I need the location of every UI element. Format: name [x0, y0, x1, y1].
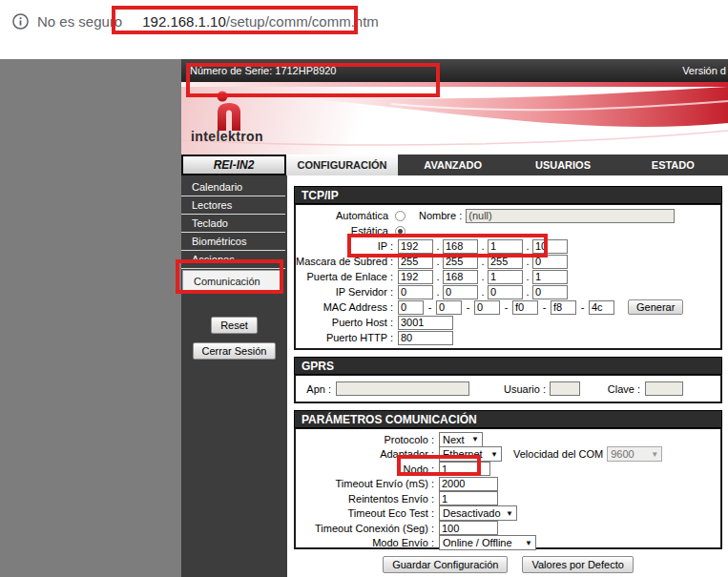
- security-status-label[interactable]: No es seguro: [37, 13, 122, 30]
- dot-separator: .: [478, 240, 488, 252]
- ip-octet-3[interactable]: [488, 239, 523, 254]
- ip-octet-2[interactable]: [443, 239, 478, 254]
- ip-label: IP :: [296, 240, 398, 252]
- http-port-input[interactable]: [398, 331, 453, 345]
- mac-part-1[interactable]: [398, 300, 424, 315]
- gprs-user-input[interactable]: [550, 381, 580, 396]
- dot-separator: .: [523, 286, 532, 298]
- browser-address-bar: No es seguro 192.168.1.10/setup/comm/com…: [0, 0, 728, 43]
- ip-octet-4[interactable]: [532, 239, 568, 254]
- mac-part-5[interactable]: [551, 300, 576, 315]
- server-octet-4[interactable]: [532, 285, 568, 299]
- tcpip-section-title: TCP/IP: [294, 186, 722, 204]
- host-port-input[interactable]: [398, 316, 453, 330]
- sidebar: Calendario Lectores Teclado Biométricos …: [181, 175, 287, 577]
- retries-input[interactable]: [439, 491, 498, 505]
- url-domain: 192.168.1.10: [142, 13, 226, 30]
- brand-banner: intelektron: [181, 87, 728, 155]
- dropdown-arrow-icon: ▼: [471, 435, 479, 443]
- mac-part-3[interactable]: [474, 300, 500, 315]
- name-label: Nombre :: [419, 210, 462, 221]
- server-ip-label: IP Servidor :: [296, 286, 398, 298]
- tab-configuracion[interactable]: CONFIGURACIÓN: [286, 155, 398, 175]
- server-octet-2[interactable]: [443, 285, 478, 299]
- dropdown-arrow-icon: ▼: [490, 450, 498, 459]
- mask-octet-4[interactable]: [532, 255, 568, 269]
- generate-mac-button[interactable]: Generar: [628, 299, 683, 315]
- host-port-label: Puerto Host :: [296, 317, 398, 328]
- dot-separator: .: [433, 240, 443, 252]
- mac-part-2[interactable]: [436, 300, 462, 315]
- adapter-label: Adaptador :: [296, 448, 439, 460]
- automatic-label: Automática: [296, 210, 393, 221]
- tab-avanzado[interactable]: AVANZADO: [398, 155, 508, 175]
- defaults-button[interactable]: Valores por Defecto: [522, 556, 633, 573]
- eco-test-label: Timeout Eco Test :: [296, 507, 439, 519]
- info-icon[interactable]: [12, 13, 29, 30]
- node-input[interactable]: [439, 462, 490, 476]
- device-model-badge: REI-IN2: [181, 155, 286, 175]
- version-label: Versión d: [682, 65, 726, 76]
- com-speed-label: Velocidad del COM: [513, 448, 603, 460]
- url-text[interactable]: 192.168.1.10/setup/comm/comm.htm: [142, 13, 379, 30]
- send-mode-dropdown[interactable]: Online / Offline▼: [439, 535, 536, 550]
- eco-test-dropdown[interactable]: Desactivado▼: [439, 505, 517, 521]
- sidebar-item-calendario[interactable]: Calendario: [181, 178, 285, 196]
- sidebar-item-comunicacion[interactable]: Comunicación: [182, 270, 281, 293]
- dropdown-arrow-icon: ▼: [651, 450, 658, 459]
- dot-separator: .: [523, 271, 532, 282]
- ip-octet-1[interactable]: [398, 239, 433, 254]
- gateway-label: Puerta de Enlace :: [296, 271, 398, 282]
- mask-octet-1[interactable]: [398, 255, 433, 269]
- node-label: Nodo :: [296, 464, 439, 475]
- section-tcpip: TCP/IP Automática Nombre : Estática: [294, 186, 722, 350]
- http-port-label: Puerto HTTP :: [296, 332, 398, 343]
- timeout-send-input[interactable]: [439, 477, 498, 491]
- gprs-user-label: Usuario :: [504, 383, 550, 395]
- automatic-radio[interactable]: [395, 211, 406, 221]
- gateway-octet-4[interactable]: [532, 270, 568, 284]
- timeout-conn-input[interactable]: [439, 521, 498, 535]
- gateway-octet-3[interactable]: [488, 270, 523, 284]
- adapter-dropdown[interactable]: Ethernet▼: [439, 446, 502, 462]
- save-config-button[interactable]: Guardar Configuración: [383, 556, 508, 573]
- sidebar-item-teclado[interactable]: Teclado: [181, 215, 285, 233]
- protocol-dropdown[interactable]: Next▼: [439, 432, 483, 447]
- timeout-conn-label: Timeout Conexión (Seg) :: [296, 523, 439, 534]
- dot-separator: .: [433, 286, 443, 298]
- sidebar-item-acciones[interactable]: Acciones: [181, 251, 285, 269]
- dropdown-arrow-icon: ▼: [525, 539, 532, 547]
- sidebar-item-biometricos[interactable]: Biométricos: [181, 233, 285, 251]
- device-header-bar: Número de Serie: 1712HP8920 Versión d: [181, 59, 728, 82]
- dash-separator: -: [424, 301, 436, 313]
- mask-octet-2[interactable]: [443, 255, 478, 269]
- mask-octet-3[interactable]: [488, 255, 523, 269]
- send-mode-label: Modo Envío :: [296, 537, 439, 548]
- mac-part-6[interactable]: [589, 300, 614, 315]
- logout-button[interactable]: Cerrar Sesión: [193, 342, 277, 360]
- gateway-octet-1[interactable]: [398, 270, 433, 284]
- name-input[interactable]: [466, 209, 675, 223]
- mac-part-4[interactable]: [512, 300, 538, 315]
- apn-input[interactable]: [336, 381, 469, 396]
- dash-separator: -: [538, 301, 551, 313]
- tab-estado[interactable]: ESTADO: [618, 155, 728, 175]
- server-octet-1[interactable]: [398, 285, 433, 299]
- dot-separator: .: [478, 256, 488, 267]
- intelektron-logo-icon: [214, 91, 244, 131]
- sidebar-item-lectores[interactable]: Lectores: [181, 196, 285, 215]
- gprs-password-input[interactable]: [645, 381, 683, 396]
- static-radio[interactable]: [395, 226, 406, 237]
- dot-separator: .: [478, 271, 488, 282]
- page-left-margin: [0, 59, 181, 577]
- dash-separator: -: [576, 301, 589, 313]
- reset-button[interactable]: Reset: [211, 317, 258, 334]
- dash-separator: -: [462, 301, 474, 313]
- dot-separator: .: [433, 256, 443, 267]
- dropdown-arrow-icon: ▼: [506, 509, 513, 518]
- server-octet-3[interactable]: [488, 285, 523, 299]
- gateway-octet-2[interactable]: [443, 270, 478, 284]
- apn-label: Apn :: [296, 383, 336, 395]
- tab-usuarios[interactable]: USUARIOS: [508, 155, 617, 175]
- url-path: /setup/comm/comm.htm: [226, 13, 379, 30]
